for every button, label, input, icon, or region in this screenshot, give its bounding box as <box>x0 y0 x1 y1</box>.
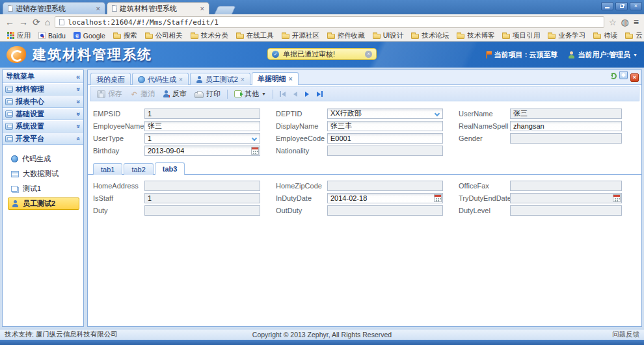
workspace-tab[interactable]: 员工测试2× <box>190 73 250 85</box>
select-arrow-icon <box>435 110 440 116</box>
url-box[interactable]: localhost:21604/#!/Mms/Staff/edit/1 <box>55 16 604 28</box>
bookmark-item[interactable]: 控件收藏 <box>324 31 368 40</box>
extension-globe-icon[interactable]: ◍ <box>621 18 629 27</box>
field-birthday[interactable]: 2013-09-04 <box>144 146 260 156</box>
form-main: EMPSID1EmployeeName张三UserType1Birthday20… <box>88 103 641 159</box>
toolbar-button[interactable]: 打印 <box>191 88 224 100</box>
bookmark-item[interactable]: UI设计 <box>369 31 407 40</box>
tab-close-icon[interactable]: × <box>96 5 100 12</box>
bookmark-item[interactable]: 搜索 <box>110 31 141 40</box>
bookmark-item[interactable]: Baidu <box>35 31 69 40</box>
form-column: DEPTIDXX行政部DisplayName张三丰EmployeeCodeE00… <box>276 107 459 157</box>
chevron-up-icon[interactable]: « <box>75 137 83 141</box>
bookmark-item[interactable]: Google <box>70 31 109 40</box>
bookmark-item[interactable]: 技术博客 <box>453 31 498 40</box>
browser-menu-icon[interactable]: ≡ <box>634 17 639 27</box>
new-tab-button[interactable] <box>214 6 236 14</box>
field-employeecode[interactable]: E0001 <box>327 133 443 144</box>
bookmark-item[interactable]: 公司相关 <box>142 31 186 40</box>
bookmark-item[interactable]: 技术论坛 <box>408 31 452 40</box>
sidebar-group[interactable]: 基础设置» <box>3 108 83 120</box>
sidebar-item[interactable]: 员工测试2 <box>8 198 79 210</box>
bookmark-item[interactable]: 云 <box>622 31 644 40</box>
toolbar-button[interactable]: 保存 <box>94 88 126 100</box>
tab-tool-expand[interactable] <box>619 70 628 82</box>
field-nationality[interactable] <box>327 146 443 156</box>
field-trydutyenddate[interactable] <box>510 193 622 203</box>
more-icon <box>234 90 242 97</box>
field-isstaff[interactable]: 1 <box>144 193 260 203</box>
last-record-button[interactable] <box>314 90 326 98</box>
sidebar-item[interactable]: 测试1 <box>8 183 79 195</box>
toolbar-button[interactable]: 撤消 <box>127 88 158 100</box>
field-homezipcode[interactable] <box>327 181 443 191</box>
field-duty[interactable] <box>144 205 260 216</box>
footer-feedback-link[interactable]: 问题反馈 <box>612 330 639 339</box>
field-usertype[interactable]: 1 <box>144 133 260 144</box>
field-officefax[interactable] <box>510 181 622 191</box>
current-user-menu[interactable]: 当前用户:管理员 ▼ <box>568 50 637 60</box>
sidebar-item[interactable]: 代码生成 <box>8 153 79 165</box>
sidebar-item[interactable]: 大数据测试 <box>8 168 79 180</box>
refresh-page-icon[interactable]: ⟳ <box>33 18 40 27</box>
field-outduty[interactable] <box>327 205 443 216</box>
next-record-button[interactable] <box>302 90 312 98</box>
bookmark-item[interactable]: 开源社区 <box>278 31 323 40</box>
first-record-button[interactable] <box>276 90 289 98</box>
bookmark-item[interactable]: 应用 <box>4 31 34 40</box>
back-icon[interactable]: ← <box>5 18 14 27</box>
detail-tab-tab3[interactable]: tab3 <box>155 162 185 175</box>
tab-tool-close-red[interactable] <box>630 70 639 82</box>
tab-close-icon[interactable]: × <box>179 76 183 83</box>
sidebar-group[interactable]: 材料管理» <box>3 83 83 96</box>
basic-settings-icon <box>5 110 13 118</box>
detail-tab-tab1[interactable]: tab1 <box>93 163 122 175</box>
form-row: EmployeeCodeE0001 <box>276 132 459 144</box>
bookmark-star-icon[interactable]: ☆ <box>609 18 617 27</box>
field-homeaddress[interactable] <box>144 181 260 191</box>
chevron-down-icon[interactable]: » <box>75 125 83 129</box>
sidebar-group[interactable]: 报表中心» <box>3 96 83 108</box>
bookmark-item[interactable]: 项目引用 <box>499 31 543 40</box>
field-username[interactable]: 张三 <box>510 109 622 119</box>
current-project[interactable]: 当前项目 : 云顶至尊 <box>485 50 558 60</box>
bookmark-item[interactable]: 在线工具 <box>233 31 277 40</box>
tab-tool-refresh[interactable] <box>610 70 617 82</box>
chevron-down-icon[interactable]: » <box>75 112 83 116</box>
browser-tab[interactable]: 进销存管理系统× <box>3 2 105 14</box>
field-employeename[interactable]: 张三 <box>144 121 260 131</box>
prev-record-button[interactable] <box>290 90 301 98</box>
chevron-down-icon[interactable]: » <box>75 88 83 92</box>
minimize-button[interactable] <box>601 2 613 10</box>
forward-icon[interactable]: → <box>19 18 28 27</box>
home-icon[interactable]: ⌂ <box>45 18 50 27</box>
field-dutylevel[interactable] <box>510 205 622 216</box>
chevron-down-icon[interactable]: » <box>75 100 83 104</box>
workspace-tab[interactable]: 代码生成× <box>132 73 189 85</box>
field-empsid[interactable]: 1 <box>144 109 260 119</box>
close-window-button[interactable]: × <box>630 2 642 10</box>
bookmark-item[interactable]: 技术分类 <box>187 31 232 40</box>
field-gender[interactable] <box>510 133 622 144</box>
notification-close-icon[interactable] <box>365 51 372 58</box>
toolbar-button[interactable]: 反审 <box>159 88 190 100</box>
bookmark-item[interactable]: 业务学习 <box>544 31 589 40</box>
detail-tab-tab2[interactable]: tab2 <box>124 163 153 175</box>
tab-close-icon[interactable]: × <box>241 76 245 83</box>
restore-button[interactable] <box>615 2 628 10</box>
collapse-left-icon[interactable]: « <box>76 73 80 81</box>
sidebar-group[interactable]: 系统设置» <box>3 120 83 133</box>
bookmark-item[interactable]: 待读 <box>590 31 621 40</box>
workspace-tab[interactable]: 单据明细× <box>252 72 299 85</box>
field-realnamespell[interactable]: zhangsan <box>510 121 622 131</box>
bookmark-label: 待读 <box>604 31 617 40</box>
sidebar-group[interactable]: 开发平台« <box>3 133 83 145</box>
browser-tab[interactable]: 建筑材料管理系统× <box>107 2 209 14</box>
tab-close-icon[interactable]: × <box>289 75 293 83</box>
field-indutydate[interactable]: 2014-02-18 <box>327 193 443 203</box>
toolbar-button[interactable]: 其他▼ <box>231 88 269 100</box>
field-deptid[interactable]: XX行政部 <box>327 109 443 119</box>
field-displayname[interactable]: 张三丰 <box>327 121 443 131</box>
tab-close-icon[interactable]: × <box>200 5 204 12</box>
workspace-tab[interactable]: 我的桌面 <box>90 73 131 85</box>
